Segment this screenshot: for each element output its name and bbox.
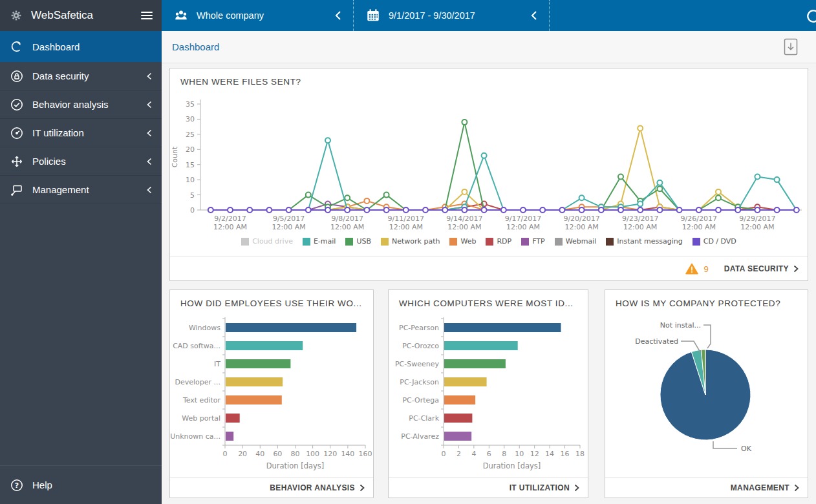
svg-text:35: 35 bbox=[186, 100, 195, 109]
legend-item-webmail[interactable]: Webmail bbox=[555, 237, 597, 246]
page-title: Dashboard bbox=[162, 41, 784, 52]
idle-computers-card: WHICH COMPUTERS WERE MOST ID... PC-Pears… bbox=[388, 289, 588, 498]
app-usage-title: HOW DID EMPLOYEES USE THEIR WO... bbox=[170, 290, 373, 308]
dashboard-icon bbox=[10, 39, 24, 54]
management-link[interactable]: MANAGEMENT bbox=[731, 483, 799, 492]
legend-item-e-mail[interactable]: E-mail bbox=[303, 237, 336, 246]
sidebar-item-management[interactable]: Management bbox=[0, 176, 162, 204]
topbar: Whole company 9/1/2017 - 9/30/2017 bbox=[162, 0, 816, 31]
svg-text:12:00 AM: 12:00 AM bbox=[740, 223, 774, 231]
legend-swatch bbox=[606, 238, 614, 246]
sidebar-item-label: Dashboard bbox=[32, 41, 80, 52]
svg-text:18: 18 bbox=[575, 450, 585, 458]
export-report-icon[interactable] bbox=[784, 38, 798, 56]
svg-text:12:00 AM: 12:00 AM bbox=[682, 223, 716, 231]
legend-swatch bbox=[555, 238, 563, 246]
svg-text:Unknown ca...: Unknown ca... bbox=[170, 432, 220, 441]
legend-swatch bbox=[486, 238, 493, 246]
idle-computers-title: WHICH COMPUTERS WERE MOST ID... bbox=[389, 290, 588, 308]
svg-text:Duration [days]: Duration [days] bbox=[483, 461, 541, 470]
sidebar-item-help[interactable]: ? Help bbox=[0, 465, 162, 504]
svg-text:CAD softwa...: CAD softwa... bbox=[173, 342, 220, 350]
svg-text:IT: IT bbox=[214, 360, 220, 368]
legend-label: Webmail bbox=[566, 237, 597, 246]
warning-count: 9 bbox=[703, 264, 708, 274]
legend-swatch bbox=[521, 238, 529, 246]
legend-item-usb[interactable]: USB bbox=[345, 237, 371, 246]
protection-title: HOW IS MY COMPANY PROTECTED? bbox=[605, 290, 808, 308]
sidebar-item-dashboard[interactable]: Dashboard bbox=[0, 31, 162, 62]
date-range-selector[interactable]: 9/1/2017 - 9/30/2017 bbox=[354, 0, 550, 31]
scope-selector[interactable]: Whole company bbox=[162, 0, 354, 31]
behavior-analysis-link[interactable]: BEHAVIOR ANALYSIS bbox=[270, 483, 365, 492]
legend-item-instant-messaging[interactable]: Instant messaging bbox=[606, 237, 682, 246]
svg-text:20: 20 bbox=[186, 145, 195, 154]
legend-item-cd-dvd[interactable]: CD / DVD bbox=[693, 237, 736, 246]
files-sent-card: WHEN WERE FILES SENT? 05101520253035Coun… bbox=[169, 68, 808, 281]
it-utilization-link[interactable]: IT UTILIZATION bbox=[510, 483, 579, 492]
legend-item-rdp[interactable]: RDP bbox=[486, 237, 511, 246]
svg-text:Deactivated: Deactivated bbox=[635, 337, 678, 346]
svg-text:4: 4 bbox=[471, 450, 476, 458]
legend-label: Cloud drive bbox=[252, 237, 293, 246]
legend-swatch bbox=[449, 238, 457, 246]
refresh-icon[interactable] bbox=[805, 8, 816, 27]
svg-text:5: 5 bbox=[190, 191, 195, 200]
chevron-left-icon bbox=[147, 101, 152, 109]
app-usage-footer: BEHAVIOR ANALYSIS bbox=[170, 477, 373, 498]
calendar-icon bbox=[365, 8, 381, 23]
svg-text:100: 100 bbox=[306, 450, 319, 458]
sidebar-item-behavior-analysis[interactable]: Behavior analysis bbox=[0, 90, 162, 119]
sidebar-header: WebSafetica bbox=[0, 0, 162, 31]
legend-item-ftp[interactable]: FTP bbox=[521, 237, 545, 246]
svg-text:9/29/2017: 9/29/2017 bbox=[739, 215, 775, 223]
legend-item-network-path[interactable]: Network path bbox=[381, 237, 440, 246]
svg-text:12:00 AM: 12:00 AM bbox=[330, 223, 364, 231]
legend-item-web[interactable]: Web bbox=[449, 237, 476, 246]
computer-icon bbox=[10, 183, 24, 197]
svg-text:PC-Ortega: PC-Ortega bbox=[402, 396, 439, 404]
chevron-right-icon bbox=[793, 265, 799, 273]
app-name: WebSafetica bbox=[31, 9, 133, 22]
svg-text:?: ? bbox=[15, 481, 19, 490]
chevron-left-icon bbox=[147, 129, 152, 137]
chevron-left-icon bbox=[147, 72, 152, 80]
sidebar-item-it-utilization[interactable]: IT utilization bbox=[0, 119, 162, 147]
menu-hamburger-icon[interactable] bbox=[141, 12, 153, 19]
svg-text:12:00 AM: 12:00 AM bbox=[564, 223, 598, 231]
svg-text:0: 0 bbox=[190, 206, 195, 215]
svg-text:9/8/2017: 9/8/2017 bbox=[331, 215, 363, 223]
svg-text:OK: OK bbox=[741, 445, 752, 453]
sidebar-item-label: Management bbox=[32, 184, 89, 195]
idle-computers-bar-chart: PC-PearsonPC-OrozcoPC-SweeneyPC-JacksonP… bbox=[389, 315, 588, 481]
svg-text:2: 2 bbox=[456, 450, 461, 458]
sidebar-item-label: IT utilization bbox=[32, 127, 84, 138]
protection-footer: MANAGEMENT bbox=[605, 477, 808, 498]
svg-text:9/11/2017: 9/11/2017 bbox=[388, 215, 424, 223]
sidebar-item-policies[interactable]: Policies bbox=[0, 147, 162, 176]
date-range-label: 9/1/2017 - 9/30/2017 bbox=[389, 10, 475, 21]
svg-text:12: 12 bbox=[530, 450, 539, 458]
svg-text:60: 60 bbox=[273, 450, 282, 458]
svg-text:Web portal: Web portal bbox=[182, 414, 220, 423]
svg-text:12:00 AM: 12:00 AM bbox=[623, 223, 657, 231]
svg-text:25: 25 bbox=[186, 131, 195, 139]
app-usage-bar-chart: WindowsCAD softwa...ITDeveloper ...Text … bbox=[170, 315, 373, 481]
svg-text:Text editor: Text editor bbox=[182, 396, 221, 404]
legend-label: RDP bbox=[497, 237, 511, 246]
svg-text:Windows: Windows bbox=[189, 324, 220, 332]
move-arrows-icon bbox=[10, 154, 24, 169]
svg-text:12:00 AM: 12:00 AM bbox=[389, 223, 423, 231]
warning-triangle-icon bbox=[685, 263, 698, 275]
svg-text:15: 15 bbox=[186, 161, 195, 169]
data-security-link[interactable]: DATA SECURITY bbox=[724, 264, 799, 273]
svg-text:9/14/2017: 9/14/2017 bbox=[446, 215, 482, 223]
legend-item-cloud-drive[interactable]: Cloud drive bbox=[241, 237, 293, 246]
files-sent-title: WHEN WERE FILES SENT? bbox=[170, 68, 808, 87]
legend-swatch bbox=[241, 238, 249, 246]
sidebar-item-data-security[interactable]: Data security bbox=[0, 62, 162, 90]
svg-text:9/20/2017: 9/20/2017 bbox=[563, 215, 599, 223]
svg-text:120: 120 bbox=[323, 450, 337, 458]
page-header: Dashboard bbox=[162, 31, 816, 63]
legend-label: CD / DVD bbox=[703, 237, 736, 246]
